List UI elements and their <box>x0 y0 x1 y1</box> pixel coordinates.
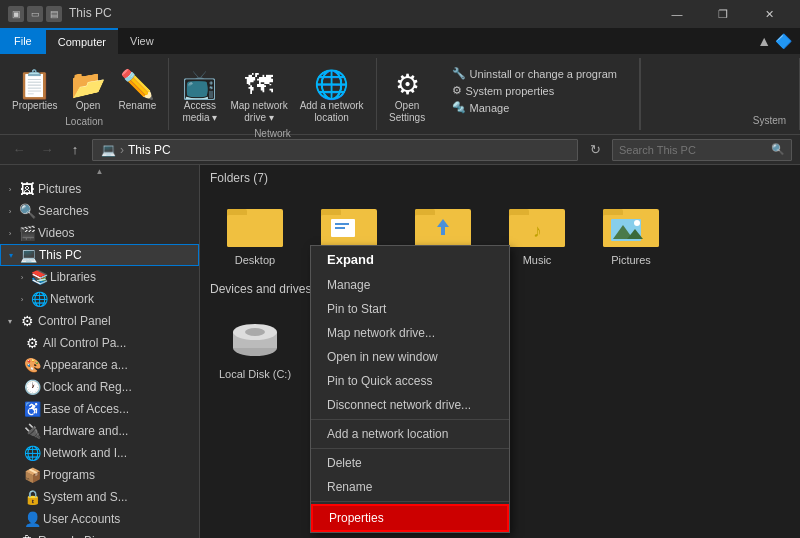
open-settings-label: OpenSettings <box>389 100 425 124</box>
rename-button[interactable]: ✏️ Rename <box>115 66 161 114</box>
sidebar-item-pictures[interactable]: › 🖼 Pictures <box>0 178 199 200</box>
sidebar-label-libraries: Libraries <box>50 270 96 284</box>
sidebar-item-clock[interactable]: 🕐 Clock and Reg... <box>0 376 199 398</box>
system-props-button[interactable]: ⚙ System properties <box>450 83 619 98</box>
sidebar-item-system-security[interactable]: 🔒 System and S... <box>0 486 199 508</box>
tab-file[interactable]: File <box>0 28 46 54</box>
ctx-delete[interactable]: Delete <box>311 451 509 475</box>
network-buttons: 📺 Accessmedia ▾ 🗺 Map networkdrive ▾ 🌐 A… <box>177 62 367 126</box>
expand-arrow-searches: › <box>4 205 16 217</box>
sidebar-label-all-control: All Control Pa... <box>43 336 126 350</box>
ribbon-help-icon[interactable]: ▲ <box>757 33 771 49</box>
sidebar-item-videos[interactable]: › 🎬 Videos <box>0 222 199 244</box>
manage-icon: 🔩 <box>452 101 466 114</box>
close-button[interactable]: ✕ <box>746 0 792 28</box>
ribbon-expand-icon[interactable]: 🔷 <box>775 33 792 49</box>
ctx-disconnect[interactable]: Disconnect network drive... <box>311 393 509 417</box>
access-media-button[interactable]: 📺 Accessmedia ▾ <box>177 66 222 126</box>
sidebar-label-pictures: Pictures <box>38 182 81 196</box>
expand-arrow-videos: › <box>4 227 16 239</box>
ctx-separator-1 <box>311 419 509 420</box>
sidebar-label-ease: Ease of Acces... <box>43 402 129 416</box>
programs-icon: 📦 <box>24 467 40 483</box>
appearance-icon: 🎨 <box>24 357 40 373</box>
control-panel-icon: ⚙ <box>19 313 35 329</box>
folder-desktop[interactable]: Desktop <box>210 195 300 272</box>
maximize-button[interactable]: ❐ <box>700 0 746 28</box>
open-settings-icon: ⚙ <box>391 68 423 100</box>
title-bar: ▣ ▭ ▤ This PC — ❐ ✕ <box>0 0 800 28</box>
ctx-add-network[interactable]: Add a network location <box>311 422 509 446</box>
access-media-icon: 📺 <box>184 68 216 100</box>
manage-label: Manage <box>470 102 510 114</box>
sidebar-label-programs: Programs <box>43 468 95 482</box>
sidebar-item-user-accounts[interactable]: 👤 User Accounts <box>0 508 199 530</box>
sidebar-item-appearance[interactable]: 🎨 Appearance a... <box>0 354 199 376</box>
sidebar-item-programs[interactable]: 📦 Programs <box>0 464 199 486</box>
manage-button[interactable]: 🔩 Manage <box>450 100 619 115</box>
up-button[interactable]: ↑ <box>64 139 86 161</box>
sidebar-label-user-accounts: User Accounts <box>43 512 120 526</box>
sidebar-item-ease[interactable]: ♿ Ease of Acces... <box>0 398 199 420</box>
hardware-icon: 🔌 <box>24 423 40 439</box>
address-path[interactable]: 💻 › This PC <box>92 139 578 161</box>
add-network-button[interactable]: 🌐 Add a networklocation <box>296 66 368 126</box>
tab-computer[interactable]: Computer <box>46 28 118 54</box>
sidebar-item-libraries[interactable]: › 📚 Libraries <box>0 266 199 288</box>
ctx-pin-quick-access[interactable]: Pin to Quick access <box>311 369 509 393</box>
local-disk-name: Local Disk (C:) <box>219 368 291 380</box>
system-props-label: System properties <box>466 85 555 97</box>
context-menu: Expand Manage Pin to Start Map network d… <box>310 245 510 533</box>
sidebar-item-all-control[interactable]: ⚙ All Control Pa... <box>0 332 199 354</box>
search-input[interactable] <box>619 144 767 156</box>
forward-button[interactable]: → <box>36 139 58 161</box>
sidebar-scroll-up[interactable]: ▲ <box>0 165 199 178</box>
tab-view[interactable]: View <box>118 28 166 54</box>
sidebar-item-searches[interactable]: › 🔍 Searches <box>0 200 199 222</box>
sidebar-label-system-security: System and S... <box>43 490 128 504</box>
add-network-icon: 🌐 <box>316 68 348 100</box>
ribbon-group-location: 📋 Properties 📂 Open ✏️ Rename Location <box>0 58 169 130</box>
sidebar-label-appearance: Appearance a... <box>43 358 128 372</box>
sidebar-item-recycle-bin[interactable]: › 🗑 Recycle Bin <box>0 530 199 538</box>
open-button[interactable]: 📂 Open <box>66 66 111 114</box>
properties-button[interactable]: 📋 Properties <box>8 66 62 114</box>
ctx-properties[interactable]: Properties <box>311 504 509 532</box>
open-settings-button[interactable]: ⚙ OpenSettings <box>385 66 430 126</box>
back-button[interactable]: ← <box>8 139 30 161</box>
ctx-map-network[interactable]: Map network drive... <box>311 321 509 345</box>
device-local-disk[interactable]: Local Disk (C:) <box>210 306 300 395</box>
folder-pictures[interactable]: Pictures <box>586 195 676 272</box>
ctx-pin-start[interactable]: Pin to Start <box>311 297 509 321</box>
path-icon: 💻 <box>101 143 116 157</box>
search-box[interactable]: 🔍 <box>612 139 792 161</box>
sidebar-label-recycle-bin: Recycle Bin <box>38 534 101 538</box>
title-text: This PC <box>69 6 112 22</box>
svg-point-27 <box>245 328 265 336</box>
expand-arrow-control-panel: ▾ <box>4 315 16 327</box>
minimize-button[interactable]: — <box>654 0 700 28</box>
refresh-button[interactable]: ↻ <box>584 139 606 161</box>
map-network-icon: 🗺 <box>243 68 275 100</box>
properties-label: Properties <box>12 100 58 112</box>
main-area: ▲ › 🖼 Pictures › 🔍 Searches › 🎬 Videos ▾… <box>0 165 800 538</box>
ctx-open-new-window[interactable]: Open in new window <box>311 345 509 369</box>
ctx-manage[interactable]: Manage <box>311 273 509 297</box>
app-icon-1: ▣ <box>8 6 24 22</box>
uninstall-button[interactable]: 🔧 Uninstall or change a program <box>450 66 619 81</box>
this-pc-icon: 💻 <box>20 247 36 263</box>
sidebar-item-network[interactable]: › 🌐 Network <box>0 288 199 310</box>
sidebar-label-searches: Searches <box>38 204 89 218</box>
map-network-button[interactable]: 🗺 Map networkdrive ▾ <box>226 66 291 126</box>
ctx-rename[interactable]: Rename <box>311 475 509 499</box>
system-security-icon: 🔒 <box>24 489 40 505</box>
ctx-expand[interactable]: Expand <box>311 246 509 273</box>
expand-arrow-network: › <box>16 293 28 305</box>
sidebar-item-network-internet[interactable]: 🌐 Network and I... <box>0 442 199 464</box>
sidebar-item-this-pc[interactable]: ▾ 💻 This PC <box>0 244 199 266</box>
svg-rect-2 <box>227 215 283 247</box>
sidebar-item-hardware[interactable]: 🔌 Hardware and... <box>0 420 199 442</box>
system-right-items: 🔧 Uninstall or change a program ⚙ System… <box>438 62 631 119</box>
sidebar-item-control-panel[interactable]: ▾ ⚙ Control Panel <box>0 310 199 332</box>
app-icon-3: ▤ <box>46 6 62 22</box>
